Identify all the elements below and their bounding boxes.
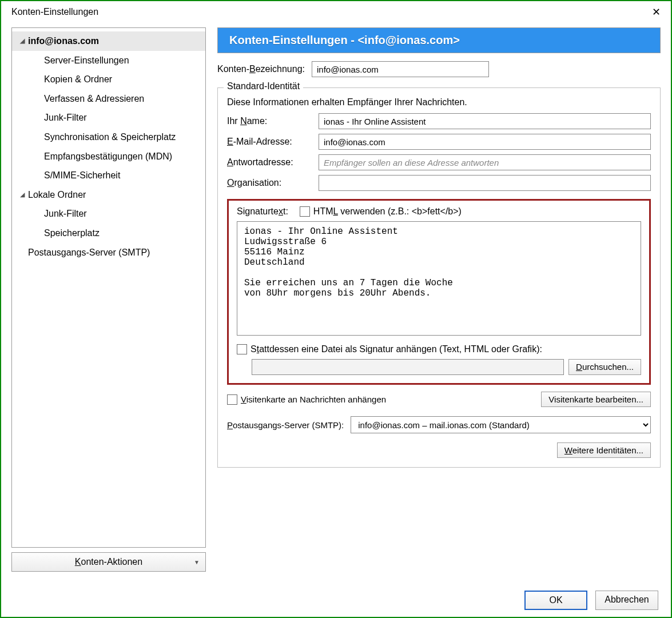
attach-file-label: Stattdessen eine Datei als Signatur anhä… (250, 344, 542, 354)
panel-header: Konten-Einstellungen - <info@ionas.com> (217, 27, 661, 53)
tree-item-label: Lokale Ordner (28, 188, 86, 202)
identity-legend: Standard-Identität (224, 81, 303, 91)
tree-item[interactable]: ◢Lokale Ordner (12, 185, 205, 205)
smtp-label: Postausgangs-Server (SMTP): (227, 420, 344, 430)
tree-item[interactable]: Server-Einstellungen (12, 51, 205, 70)
tree-arrow-icon: ◢ (20, 190, 28, 200)
tree-item-label: info@ionas.com (28, 34, 99, 49)
attach-file-checkbox[interactable] (237, 344, 247, 354)
tree-item-label: S/MIME-Sicherheit (44, 168, 120, 183)
signature-textarea[interactable] (237, 221, 641, 336)
chevron-down-icon: ▼ (194, 559, 200, 565)
sidebar: ◢info@ionas.comServer-EinstellungenKopie… (11, 27, 206, 572)
vcard-label-text: Visitenkarte an Nachrichten anhängen (241, 394, 386, 404)
more-identities-button[interactable]: Weitere Identitäten... (557, 442, 651, 458)
tree-item[interactable]: Kopien & Ordner (12, 70, 205, 89)
email-input[interactable] (319, 134, 651, 150)
signature-attach-row[interactable]: Stattdessen eine Datei als Signatur anhä… (237, 344, 641, 354)
signature-label: Signaturtext: (237, 206, 288, 217)
vcard-checkbox-label[interactable]: Visitenkarte an Nachrichten anhängen (227, 394, 386, 405)
account-actions-label: onten-Aktionen (81, 557, 143, 567)
close-icon[interactable]: ✕ (646, 5, 666, 19)
vcard-checkbox[interactable] (227, 394, 237, 405)
smtp-row: Postausgangs-Server (SMTP): info@ionas.c… (227, 416, 651, 433)
tree-item[interactable]: S/MIME-Sicherheit (12, 166, 205, 185)
tree-item[interactable]: ◢info@ionas.com (12, 31, 205, 51)
tree-item-label: Empfangsbestätigungen (MDN) (44, 149, 172, 164)
main-panel: Konten-Einstellungen - <info@ionas.com> … (217, 27, 661, 572)
tree-item[interactable]: Speicherplatz (12, 224, 205, 243)
name-input[interactable] (319, 113, 651, 129)
signature-file-row: Durchsuchen... (237, 359, 641, 375)
tree-item-label: Postausgangs-Server (SMTP) (28, 245, 150, 260)
html-label-text: HTML verwenden (z.B.: <b>fett</b>) (313, 206, 462, 217)
account-name-label: Konten-Bezeichnung: (217, 64, 305, 74)
titlebar: Konten-Einstellungen ✕ (1, 1, 671, 23)
reply-input[interactable] (319, 154, 651, 170)
dialog-footer: OK Abbrechen (524, 591, 658, 610)
identity-fieldset: Standard-Identität Diese Informationen e… (217, 87, 661, 468)
signature-top-row: Signaturtext: HTML verwenden (z.B.: <b>f… (237, 206, 641, 217)
tree-arrow-icon: ◢ (20, 36, 28, 46)
html-checkbox-label[interactable]: HTML verwenden (z.B.: <b>fett</b>) (300, 206, 462, 217)
tree-item-label: Server-Einstellungen (44, 53, 129, 68)
edit-vcard-button[interactable]: Visitenkarte bearbeiten... (541, 392, 651, 407)
tree-item[interactable]: Junk-Filter (12, 108, 205, 127)
tree-item[interactable]: Junk-Filter (12, 204, 205, 224)
browse-button[interactable]: Durchsuchen... (568, 359, 641, 375)
tree-item-label: Speicherplatz (44, 226, 100, 241)
org-input[interactable] (319, 175, 651, 191)
account-tree[interactable]: ◢info@ionas.comServer-EinstellungenKopie… (11, 27, 206, 548)
html-checkbox[interactable] (300, 206, 310, 217)
org-label: Organisation: (227, 178, 313, 188)
tree-item[interactable]: Empfangsbestätigungen (MDN) (12, 147, 205, 166)
tree-item-label: Synchronisation & Speicherplatz (44, 130, 176, 145)
identity-desc: Diese Informationen erhalten Empfänger I… (227, 97, 651, 107)
dialog-body: ◢info@ionas.comServer-EinstellungenKopie… (1, 23, 671, 572)
signature-section: Signaturtext: HTML verwenden (z.B.: <b>f… (227, 199, 651, 385)
tree-item[interactable]: Verfassen & Adressieren (12, 89, 205, 109)
tree-item-label: Junk-Filter (44, 110, 87, 125)
tree-item[interactable]: Synchronisation & Speicherplatz (12, 127, 205, 147)
account-name-row: Konten-Bezeichnung: (217, 61, 661, 77)
ok-button[interactable]: OK (524, 591, 587, 610)
signature-file-input (252, 359, 564, 375)
smtp-select[interactable]: info@ionas.com – mail.ionas.com (Standar… (351, 416, 651, 433)
email-label: E-Mail-Adresse: (227, 137, 313, 147)
tree-item-label: Verfassen & Adressieren (44, 91, 144, 106)
name-label: Ihr Name: (227, 116, 313, 126)
account-actions-button[interactable]: Konten-Aktionen ▼ (11, 552, 206, 572)
reply-label: Antwortadresse: (227, 157, 313, 168)
window-title: Konten-Einstellungen (11, 7, 98, 17)
tree-item-label: Junk-Filter (44, 206, 87, 221)
account-name-input[interactable] (312, 61, 489, 77)
cancel-button[interactable]: Abbrechen (595, 591, 658, 610)
vcard-row: Visitenkarte an Nachrichten anhängen Vis… (227, 392, 651, 407)
identity-grid: Ihr Name: E-Mail-Adresse: Antwortadresse… (227, 113, 651, 191)
more-identities-row: Weitere Identitäten... (227, 442, 651, 458)
tree-item-label: Kopien & Ordner (44, 72, 112, 87)
tree-item[interactable]: Postausgangs-Server (SMTP) (12, 243, 205, 262)
